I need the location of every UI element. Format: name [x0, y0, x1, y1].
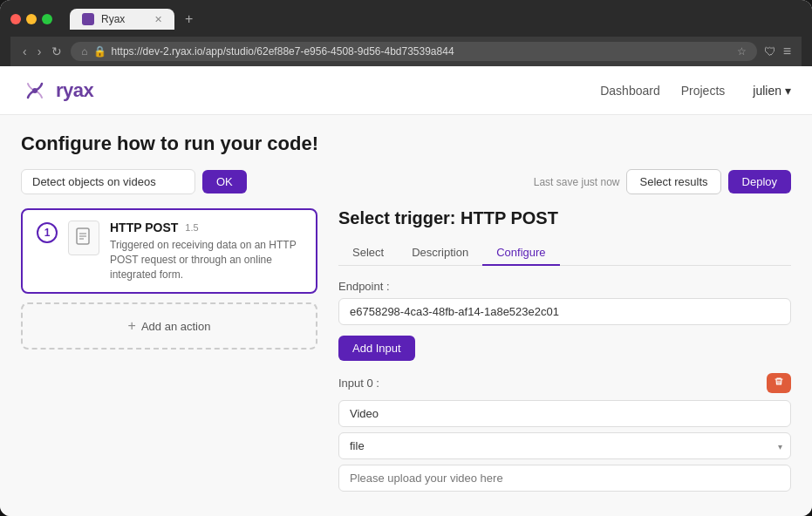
header-nav: Dashboard Projects julien ▾: [600, 84, 791, 98]
input-type-select-wrapper: file text number ▾: [338, 432, 791, 459]
configure-form: Endpoint : Add Input Input 0 :: [338, 280, 791, 492]
add-action-label: Add an action: [141, 320, 211, 333]
action-title-text: HTTP POST: [110, 221, 178, 234]
forward-button[interactable]: ›: [36, 43, 44, 60]
close-dot[interactable]: [10, 14, 21, 24]
deploy-button[interactable]: Deploy: [728, 170, 791, 194]
extensions-icon[interactable]: 🛡: [764, 44, 776, 58]
tab-title: Ryax: [101, 13, 125, 25]
step-number: 1: [37, 222, 58, 243]
endpoint-input[interactable]: [338, 298, 791, 325]
add-plus-icon: +: [128, 318, 136, 334]
page-title: Configure how to run your code!: [21, 132, 791, 155]
select-results-button[interactable]: Select results: [626, 169, 720, 194]
tab-close-button[interactable]: ✕: [154, 14, 162, 25]
endpoint-label: Endpoint :: [338, 280, 791, 293]
url-text: https://dev-2.ryax.io/app/studio/62ef88e…: [112, 45, 454, 58]
add-action-card[interactable]: + Add an action: [21, 302, 317, 350]
input-type-select[interactable]: file text number: [338, 432, 791, 459]
app-name-input[interactable]: [21, 169, 195, 194]
home-icon: ⌂: [81, 45, 87, 58]
address-bar[interactable]: ⌂ 🔒 https://dev-2.ryax.io/app/studio/62e…: [71, 42, 756, 61]
action-card[interactable]: 1 HTTP POST 1.5: [21, 208, 317, 294]
action-version: 1.5: [185, 222, 198, 233]
refresh-button[interactable]: ↻: [50, 43, 64, 60]
dashboard-link[interactable]: Dashboard: [600, 84, 660, 98]
right-panel: Select trigger: HTTP POST Select Descrip…: [338, 208, 791, 487]
delete-input-button[interactable]: [767, 373, 791, 393]
svg-point-0: [32, 88, 38, 93]
tab-description[interactable]: Description: [398, 241, 482, 266]
lock-icon: 🔒: [93, 45, 106, 58]
input-row-0: Input 0 :: [338, 373, 791, 393]
menu-icon[interactable]: ≡: [783, 44, 791, 59]
ryax-logo-icon: [21, 77, 49, 105]
input-name-field[interactable]: [338, 400, 791, 427]
username: julien: [753, 84, 781, 98]
new-tab-button[interactable]: +: [178, 10, 200, 29]
user-chevron-icon: ▾: [785, 84, 791, 98]
bookmark-icon[interactable]: ☆: [737, 45, 747, 58]
tabs-row: Select Description Configure: [338, 241, 791, 266]
traffic-lights: [10, 14, 52, 24]
panel-title: Select trigger: HTTP POST: [338, 208, 791, 228]
left-panel: 1 HTTP POST 1.5: [21, 208, 317, 487]
input-0-label: Input 0 :: [338, 377, 379, 390]
add-input-button[interactable]: Add Input: [338, 336, 415, 361]
tab-favicon: [82, 13, 94, 25]
minimize-dot[interactable]: [26, 14, 37, 24]
action-description: Triggered on receiving data on an HTTP P…: [110, 238, 302, 282]
ok-button[interactable]: OK: [202, 170, 247, 194]
input-placeholder-field[interactable]: [338, 465, 791, 492]
action-icon: [68, 221, 99, 255]
toolbar-row: OK Last save just now Select results Dep…: [21, 169, 791, 194]
maximize-dot[interactable]: [42, 14, 52, 24]
logo-area: ryax: [21, 77, 93, 105]
projects-link[interactable]: Projects: [681, 84, 726, 98]
save-status: Last save just now: [534, 176, 620, 188]
browser-tab[interactable]: Ryax ✕: [70, 9, 174, 30]
back-button[interactable]: ‹: [21, 43, 29, 60]
tab-configure[interactable]: Configure: [482, 241, 559, 266]
user-menu[interactable]: julien ▾: [753, 84, 791, 98]
logo-text: ryax: [56, 79, 93, 102]
tab-select[interactable]: Select: [338, 241, 398, 266]
app-header: ryax Dashboard Projects julien ▾: [0, 66, 812, 115]
